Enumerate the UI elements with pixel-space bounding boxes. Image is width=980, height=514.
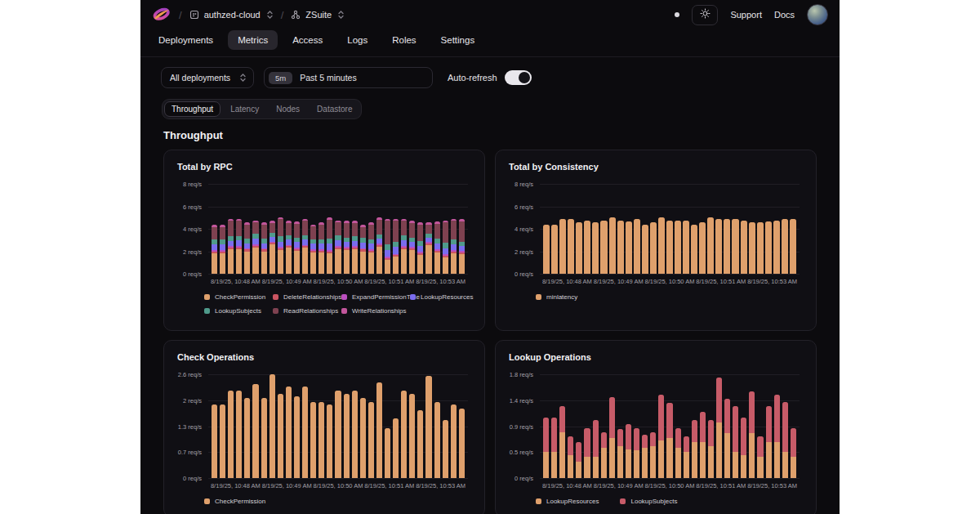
- bar[interactable]: [609, 397, 615, 478]
- bar[interactable]: [368, 402, 374, 478]
- bar[interactable]: [327, 404, 332, 478]
- bar[interactable]: [417, 222, 423, 274]
- bar[interactable]: [459, 219, 465, 274]
- bar[interactable]: [666, 403, 672, 478]
- bar[interactable]: [385, 219, 390, 274]
- auto-refresh-toggle[interactable]: [505, 70, 532, 85]
- nav-tab-roles[interactable]: Roles: [382, 30, 425, 50]
- bar[interactable]: [278, 217, 283, 274]
- bar[interactable]: [335, 221, 341, 274]
- bar[interactable]: [360, 225, 366, 274]
- bar[interactable]: [642, 435, 648, 478]
- bar[interactable]: [310, 225, 316, 274]
- bar[interactable]: [675, 428, 681, 478]
- bar[interactable]: [766, 406, 772, 478]
- theme-toggle-button[interactable]: [692, 5, 718, 25]
- bar[interactable]: [724, 399, 730, 478]
- legend-item-DeleteRelationships[interactable]: DeleteRelationships: [273, 293, 341, 301]
- bar[interactable]: [650, 432, 656, 478]
- bar[interactable]: [376, 217, 382, 274]
- bar[interactable]: [782, 219, 788, 274]
- bar[interactable]: [691, 225, 697, 274]
- bar[interactable]: [791, 428, 796, 478]
- bar[interactable]: [626, 221, 632, 274]
- nav-tab-metrics[interactable]: Metrics: [228, 30, 278, 50]
- metric-tab-nodes[interactable]: Nodes: [269, 101, 307, 117]
- bar[interactable]: [409, 394, 415, 478]
- bar[interactable]: [584, 428, 590, 478]
- legend-item-ExpandPermissionTree[interactable]: ExpandPermissionTree: [341, 293, 410, 301]
- bar[interactable]: [559, 406, 565, 478]
- bar[interactable]: [757, 222, 764, 274]
- bar[interactable]: [451, 219, 457, 274]
- bar[interactable]: [261, 222, 267, 274]
- bar[interactable]: [417, 410, 423, 478]
- bar[interactable]: [385, 428, 390, 478]
- support-link[interactable]: Support: [730, 10, 762, 20]
- bar[interactable]: [294, 396, 300, 478]
- bar[interactable]: [228, 219, 234, 274]
- bar[interactable]: [658, 217, 665, 274]
- bar[interactable]: [409, 221, 415, 274]
- bar[interactable]: [749, 222, 755, 274]
- bar[interactable]: [782, 402, 788, 478]
- bar[interactable]: [551, 225, 558, 274]
- bar[interactable]: [236, 391, 242, 478]
- bar[interactable]: [434, 221, 440, 274]
- bar[interactable]: [220, 225, 225, 274]
- legend-item-CheckPermission[interactable]: CheckPermission: [204, 498, 265, 505]
- bar[interactable]: [708, 420, 714, 478]
- bar[interactable]: [344, 221, 350, 274]
- bar[interactable]: [650, 222, 657, 274]
- org-switcher[interactable]: authzed-cloud: [189, 10, 274, 20]
- metric-tab-latency[interactable]: Latency: [223, 101, 266, 117]
- bar[interactable]: [270, 374, 275, 478]
- bar[interactable]: [270, 221, 275, 274]
- bar[interactable]: [593, 420, 599, 478]
- bar[interactable]: [376, 382, 382, 478]
- bar[interactable]: [302, 219, 308, 274]
- bar[interactable]: [707, 217, 714, 274]
- nav-tab-settings[interactable]: Settings: [431, 30, 485, 50]
- bar[interactable]: [212, 225, 217, 274]
- deployment-select[interactable]: All deployments: [161, 67, 254, 88]
- bar[interactable]: [425, 376, 431, 478]
- metric-tab-datastore[interactable]: Datastore: [310, 101, 359, 117]
- nav-tab-logs[interactable]: Logs: [337, 30, 377, 50]
- bar[interactable]: [592, 222, 599, 274]
- bar[interactable]: [393, 418, 399, 478]
- bar[interactable]: [244, 398, 250, 478]
- bar[interactable]: [228, 391, 234, 478]
- bar[interactable]: [609, 217, 616, 274]
- bar[interactable]: [543, 225, 550, 274]
- bar[interactable]: [244, 222, 250, 274]
- bar[interactable]: [327, 217, 332, 274]
- bar[interactable]: [642, 225, 648, 275]
- bar[interactable]: [757, 436, 763, 478]
- bar[interactable]: [294, 221, 300, 274]
- bar[interactable]: [401, 219, 407, 274]
- bar[interactable]: [584, 221, 590, 274]
- bar[interactable]: [700, 412, 706, 478]
- bar[interactable]: [699, 222, 706, 274]
- bar[interactable]: [600, 221, 607, 274]
- bar[interactable]: [684, 436, 689, 478]
- bar[interactable]: [666, 221, 673, 274]
- bar[interactable]: [733, 406, 738, 478]
- bar[interactable]: [559, 219, 566, 274]
- legend-item-LookupSubjects[interactable]: LookupSubjects: [620, 498, 677, 505]
- metric-tab-throughput[interactable]: Throughput: [164, 101, 220, 117]
- bar[interactable]: [352, 391, 358, 478]
- bar[interactable]: [658, 395, 664, 478]
- bar[interactable]: [634, 219, 640, 274]
- bar[interactable]: [749, 391, 755, 478]
- bar[interactable]: [683, 221, 689, 274]
- bar[interactable]: [617, 221, 624, 274]
- nav-tab-deployments[interactable]: Deployments: [149, 30, 223, 50]
- bar[interactable]: [765, 221, 772, 274]
- bar[interactable]: [352, 221, 358, 274]
- bar[interactable]: [236, 219, 242, 274]
- legend-item-LookupResources[interactable]: LookupResources: [410, 293, 479, 301]
- bar[interactable]: [401, 391, 407, 478]
- bar[interactable]: [675, 221, 681, 274]
